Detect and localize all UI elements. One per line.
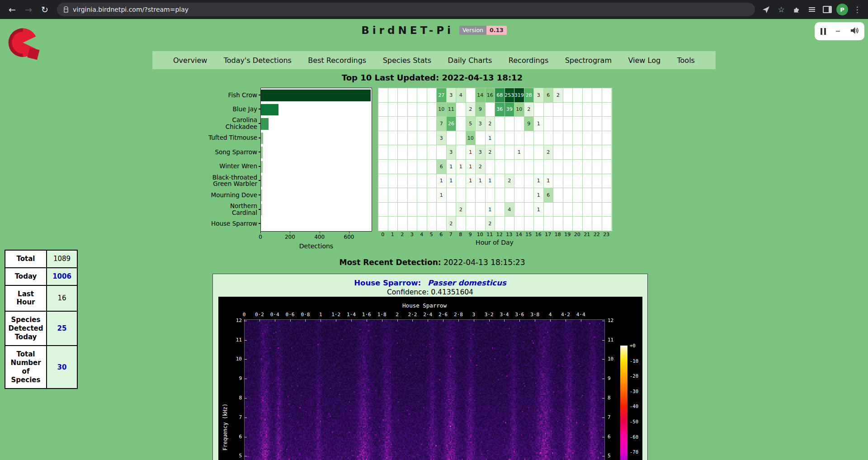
heat-cell (447, 188, 457, 203)
heat-cell (495, 160, 505, 174)
heat-cell: 2 (524, 103, 534, 117)
nav-item-daily-charts[interactable]: Daily Charts (448, 56, 492, 65)
freq-tick-label: 7 (224, 414, 242, 420)
side-panel-icon[interactable] (821, 3, 834, 16)
heat-cell (476, 188, 486, 203)
heat-cell (408, 217, 418, 231)
heat-cell: 3 (476, 117, 486, 131)
heat-cell: 9 (476, 103, 486, 117)
heat-cell: 1 (437, 188, 447, 203)
hour-label: 6 (436, 232, 446, 237)
heat-cell (505, 188, 515, 203)
heat-cell (583, 203, 593, 217)
time-tick-label: 1·2 (331, 312, 340, 318)
reading-list-icon[interactable] (806, 3, 818, 16)
nav-item-species-stats[interactable]: Species Stats (383, 56, 432, 65)
heat-cell (456, 174, 466, 189)
species-label-blue-jay: Blue Jay (207, 102, 260, 117)
bar-axis: Detections 0200400600 (260, 232, 372, 253)
heat-cell (388, 131, 398, 146)
heat-cell: 1 (456, 160, 466, 174)
time-tick-label: 2·6 (439, 312, 448, 318)
stats-value[interactable]: 30 (47, 346, 77, 389)
species-label-winter-wren: Winter Wren (207, 159, 260, 174)
freq-tick-label: 10 (608, 356, 613, 362)
time-tick-mark (566, 319, 566, 322)
heat-cell (456, 103, 466, 117)
heat-cell (534, 103, 544, 117)
audio-player[interactable] (815, 22, 864, 40)
species-name[interactable]: House Sparrow: (354, 279, 421, 287)
time-tick-label: 4 (549, 312, 552, 318)
heat-cell (563, 117, 573, 131)
heat-xlabel: Hour of Day (378, 239, 611, 246)
nav-item-overview[interactable]: Overview (173, 56, 207, 65)
heat-cell (398, 217, 408, 231)
heat-cell (427, 188, 437, 203)
heat-cell (378, 217, 388, 231)
heat-cell (534, 160, 544, 174)
stats-value[interactable]: 1006 (47, 268, 77, 285)
heat-cell (524, 160, 534, 174)
heat-cell: 11 (447, 103, 457, 117)
time-tick-mark (367, 319, 367, 322)
heat-cell: 1 (544, 174, 554, 189)
heat-cell: 1 (534, 174, 544, 189)
heat-cell (408, 103, 418, 117)
url-text: virginia.birdnetpi.com/?stream=play (73, 6, 189, 13)
heat-cell (514, 217, 524, 231)
hour-label: 19 (563, 232, 573, 237)
bookmark-star-icon[interactable]: ☆ (775, 3, 788, 16)
bar-plot (260, 88, 372, 232)
heat-cell (592, 131, 602, 146)
pause-button[interactable] (821, 28, 826, 35)
nav-item-best-recordings[interactable]: Best Recordings (308, 56, 366, 65)
heat-cell (544, 217, 554, 231)
profile-avatar[interactable]: P (836, 4, 848, 15)
heat-cell: 2 (486, 217, 495, 231)
stats-row-species-detected-today: SpeciesDetectedToday25 (5, 311, 77, 346)
menu-kebab-icon[interactable]: ⋮ (851, 3, 863, 16)
time-tick-label: 2·8 (454, 312, 463, 318)
nav-item-tools[interactable]: Tools (677, 56, 695, 65)
heat-cell (524, 203, 534, 217)
most-recent-label: Most Recent Detection: (339, 258, 441, 267)
heat-cell (417, 203, 427, 217)
heat-cell: 10 (466, 131, 476, 146)
heat-cell (427, 131, 437, 146)
hour-label: 3 (407, 232, 417, 237)
heat-cell: 1 (437, 174, 447, 189)
stats-value[interactable]: 25 (47, 311, 77, 346)
heat-cell (514, 203, 524, 217)
bar-winter-wren (261, 161, 263, 173)
spectrogram-title: House Sparrow (244, 302, 605, 309)
nav-item-recordings[interactable]: Recordings (509, 56, 548, 65)
stats-table-body: Total1089Today1006LastHour16SpeciesDetec… (5, 250, 77, 389)
scientific-name[interactable]: Passer domesticus (428, 279, 506, 287)
heat-cell: 2 (486, 145, 495, 160)
share-icon[interactable] (760, 3, 772, 16)
nav-item-view-log[interactable]: View Log (628, 56, 660, 65)
version-badge: Version 0.13 (459, 26, 507, 35)
nav-item-today-s-detections[interactable]: Today's Detections (224, 56, 292, 65)
hour-label: 4 (417, 232, 427, 237)
extensions-icon[interactable] (790, 3, 803, 16)
nav-item-spectrogram[interactable]: Spectrogram (565, 56, 612, 65)
heat-cell (563, 145, 573, 160)
heat-cell (514, 188, 524, 203)
site-info-icon[interactable] (63, 6, 69, 13)
heat-cell (495, 117, 505, 131)
reload-button[interactable]: ↻ (37, 2, 52, 17)
freq-tick-mark (602, 456, 604, 456)
heat-cell: 3 (437, 131, 447, 146)
heat-cell: 1 (447, 174, 457, 189)
most-recent-value: 2022-04-13 18:15:23 (443, 258, 525, 267)
heat-cell (427, 174, 437, 189)
heat-cell (553, 203, 563, 217)
volume-button[interactable] (850, 27, 859, 36)
url-bar[interactable]: virginia.birdnetpi.com/?stream=play (57, 3, 755, 16)
heat-cell (534, 145, 544, 160)
back-button[interactable]: ← (5, 2, 20, 17)
heat-cell (583, 217, 593, 231)
forward-button[interactable]: → (21, 2, 36, 17)
